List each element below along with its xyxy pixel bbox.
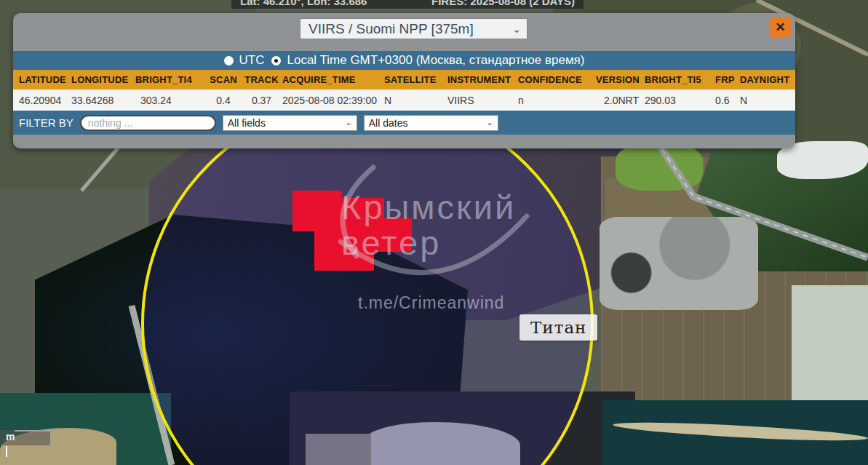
cell-confidence: n [517, 95, 594, 106]
sensor-source-select[interactable]: VIIRS / Suomi NPP [375m] ⌄ [300, 18, 527, 39]
col-satellite: SATELLITE [383, 74, 446, 85]
map-scale-control: m [0, 430, 52, 445]
cell-satellite: N [383, 95, 446, 106]
cell-acquire-time: 2025-08-08 02:39:00 [281, 95, 383, 106]
filter-text-input[interactable] [80, 115, 216, 131]
time-mode-bar: UTC Local Time GMT+0300 (Москва, стандар… [13, 51, 795, 70]
col-daynight: DAYNIGHT [738, 74, 791, 85]
col-confidence: CONFIDENCE [517, 74, 594, 85]
cell-bright-ti4: 303.24 [134, 95, 204, 106]
panel-header: VIIRS / Suomi NPP [375m] ⌄ ✕ [13, 13, 795, 51]
filter-dates-value: All dates [369, 117, 408, 129]
table-row[interactable]: 46.20904 33.64268 303.24 0.4 0.37 2025-0… [13, 90, 795, 111]
fires-date-range: FIRES: 2025-08-08 (2 DAYS) [431, 0, 575, 8]
col-bright-ti4: BRIGHT_TI4 [134, 74, 204, 85]
filter-dates-select[interactable]: All dates ⌄ [364, 115, 498, 131]
filter-by-label: FILTER BY [19, 116, 73, 129]
map-region-plant-buildings [600, 217, 758, 310]
scale-unit-label: m [6, 431, 15, 442]
cell-daynight: N [738, 95, 791, 106]
cell-instrument: VIIRS [446, 95, 517, 106]
place-label-titan: Титан [519, 314, 597, 341]
fire-data-panel: VIIRS / Suomi NPP [375m] ⌄ ✕ UTC Local T… [13, 13, 795, 148]
utc-radio-label: UTC [239, 53, 265, 68]
col-latitude: LATITUDE [17, 74, 70, 85]
watermark-line1: Крымский [341, 187, 516, 227]
cell-track: 0.37 [241, 95, 281, 106]
table-header-row: LATITUDE LONGITUDE BRIGHT_TI4 SCAN TRACK… [13, 70, 795, 90]
chevron-down-icon: ⌄ [512, 23, 521, 35]
col-version: VERSION [594, 74, 643, 85]
chevron-down-icon: ⌄ [346, 118, 352, 127]
close-icon: ✕ [775, 20, 785, 35]
chevron-down-icon: ⌄ [487, 118, 493, 127]
close-button[interactable]: ✕ [770, 17, 791, 37]
col-frp: FRP [714, 74, 738, 85]
cell-longitude: 33.64268 [70, 95, 134, 106]
sensor-source-value: VIIRS / Suomi NPP [375m] [308, 21, 474, 37]
top-info-bar: Lat: 46.210°, Lon: 33.686 FIRES: 2025-08… [231, 0, 584, 9]
filter-bar: FILTER BY All fields ⌄ All dates ⌄ [13, 111, 795, 135]
cell-frp: 0.6 [714, 95, 738, 106]
utc-radio-group[interactable]: UTC [224, 53, 265, 68]
watermark-handle: t.me/Crimeanwind [358, 293, 504, 313]
col-scan: SCAN [204, 74, 241, 85]
cursor-coordinates: Lat: 46.210°, Lon: 33.686 [240, 0, 367, 8]
col-acquire-time: ACQUIRE_TIME [281, 74, 383, 85]
map-region-green-pond [616, 144, 703, 191]
col-instrument: INSTRUMENT [446, 74, 517, 85]
local-time-radio-group[interactable]: Local Time GMT+0300 (Москва, стандартное… [271, 53, 584, 68]
filter-fields-select[interactable]: All fields ⌄ [223, 115, 357, 131]
filter-fields-value: All fields [228, 117, 266, 129]
cell-bright-ti5: 290.03 [643, 95, 714, 106]
local-time-radio[interactable] [271, 56, 281, 65]
col-track: TRACK [241, 74, 281, 85]
screen: Крымский ветер t.me/Crimeanwind Титан m … [0, 0, 868, 465]
map-region-gray-patch [306, 434, 371, 465]
map-region-evaporation-ponds [792, 285, 868, 409]
col-longitude: LONGITUDE [70, 74, 134, 85]
utc-radio[interactable] [224, 56, 234, 65]
watermark-line2: ветер [341, 223, 441, 263]
cell-latitude: 46.20904 [17, 95, 70, 106]
col-bright-ti5: BRIGHT_TI5 [643, 74, 714, 85]
cell-version: 2.0NRT [594, 95, 643, 106]
local-time-radio-label: Local Time GMT+0300 (Москва, стандартное… [287, 53, 584, 68]
cell-scan: 0.4 [204, 95, 241, 106]
